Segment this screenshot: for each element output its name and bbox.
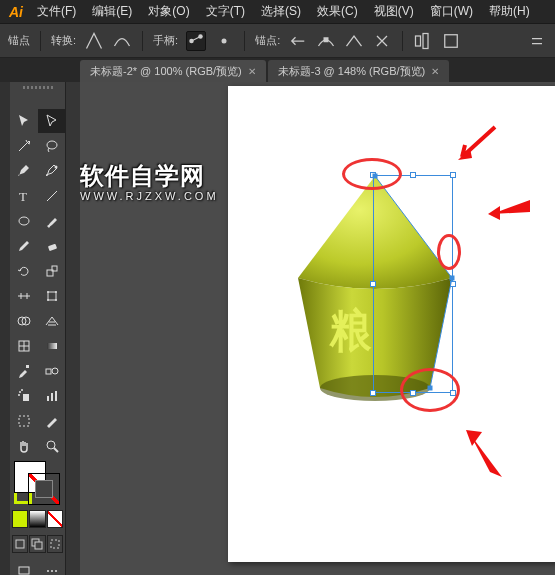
draw-behind-icon[interactable] — [29, 535, 45, 553]
artboard-tool[interactable] — [10, 409, 37, 433]
hand-tool[interactable] — [10, 434, 37, 458]
lasso-tool[interactable] — [38, 134, 65, 158]
canvas[interactable]: 粮 软件自学网 WWW.RJZXW.COM — [80, 82, 555, 575]
svg-point-2 — [198, 34, 203, 39]
toolbox-grip-icon[interactable] — [10, 84, 65, 90]
menu-type[interactable]: 文字(T) — [199, 0, 252, 23]
cut-path-icon[interactable] — [372, 31, 392, 51]
selection-handle[interactable] — [370, 281, 376, 287]
draw-normal-icon[interactable] — [12, 535, 28, 553]
app-logo-icon: Ai — [4, 2, 28, 22]
add-anchor-icon[interactable] — [316, 31, 336, 51]
flyout-icon[interactable] — [527, 31, 547, 51]
svg-point-32 — [21, 389, 23, 391]
show-handles-icon[interactable] — [186, 31, 206, 51]
isolate-icon[interactable] — [441, 31, 461, 51]
mesh-tool[interactable] — [10, 334, 37, 358]
menu-object[interactable]: 对象(O) — [141, 0, 196, 23]
annotation-circle — [437, 234, 461, 270]
selection-tool[interactable] — [10, 109, 37, 133]
line-segment-tool[interactable] — [38, 184, 65, 208]
grain-text: 粮 — [330, 300, 371, 362]
svg-marker-51 — [488, 206, 500, 220]
convert-corner-icon[interactable] — [84, 31, 104, 51]
close-icon[interactable]: ✕ — [248, 66, 256, 77]
svg-point-38 — [47, 441, 55, 449]
edit-toolbar-icon[interactable] — [38, 559, 65, 575]
panel-strip — [0, 82, 10, 575]
rotate-tool[interactable] — [10, 259, 37, 283]
stroke-swatch[interactable] — [28, 473, 60, 505]
svg-point-47 — [55, 570, 57, 572]
selection-handle[interactable] — [370, 390, 376, 396]
svg-rect-30 — [23, 394, 29, 401]
width-tool[interactable] — [10, 284, 37, 308]
pen-tool[interactable] — [10, 159, 37, 183]
selection-handle[interactable] — [410, 172, 416, 178]
svg-rect-13 — [47, 244, 56, 251]
svg-marker-53 — [466, 430, 482, 446]
tab-document-1[interactable]: 未标题-2* @ 100% (RGB/预览) ✕ — [80, 60, 266, 82]
gradient-tool[interactable] — [38, 334, 65, 358]
align-icon[interactable] — [413, 31, 433, 51]
close-icon[interactable]: ✕ — [431, 66, 439, 77]
menu-file[interactable]: 文件(F) — [30, 0, 83, 23]
selection-box[interactable] — [373, 175, 453, 393]
color-mode-icon[interactable] — [12, 510, 28, 528]
svg-point-29 — [52, 368, 58, 374]
svg-rect-16 — [48, 292, 56, 300]
none-mode-icon[interactable] — [47, 510, 63, 528]
ellipse-tool[interactable] — [10, 209, 37, 233]
convert-smooth-icon[interactable] — [112, 31, 132, 51]
tab-label: 未标题-2* @ 100% (RGB/预览) — [90, 64, 242, 79]
menu-select[interactable]: 选择(S) — [254, 0, 308, 23]
magic-wand-tool[interactable] — [10, 134, 37, 158]
svg-point-31 — [19, 391, 21, 393]
menubar: Ai 文件(F) 编辑(E) 对象(O) 文字(T) 选择(S) 效果(C) 视… — [0, 0, 555, 24]
remove-anchor-icon[interactable] — [288, 31, 308, 51]
shape-builder-tool[interactable] — [10, 309, 37, 333]
perspective-grid-tool[interactable] — [38, 309, 65, 333]
direct-selection-tool[interactable] — [38, 109, 65, 133]
svg-rect-43 — [51, 540, 59, 548]
eraser-tool[interactable] — [38, 234, 65, 258]
svg-rect-4 — [324, 37, 329, 42]
svg-point-3 — [222, 38, 227, 43]
anchor-point[interactable] — [450, 276, 455, 281]
symbol-sprayer-tool[interactable] — [10, 384, 37, 408]
svg-text:T: T — [19, 189, 27, 204]
menu-edit[interactable]: 编辑(E) — [85, 0, 139, 23]
eyedropper-tool[interactable] — [10, 359, 37, 383]
svg-rect-28 — [46, 369, 51, 374]
blend-tool[interactable] — [38, 359, 65, 383]
column-graph-tool[interactable] — [38, 384, 65, 408]
annotation-arrow-icon — [482, 192, 532, 232]
paintbrush-tool[interactable] — [38, 209, 65, 233]
selection-handle[interactable] — [450, 172, 456, 178]
connect-anchor-icon[interactable] — [344, 31, 364, 51]
free-transform-tool[interactable] — [38, 284, 65, 308]
type-tool[interactable]: T — [10, 184, 37, 208]
tab-label: 未标题-3 @ 148% (RGB/预览) — [278, 64, 425, 79]
screen-mode-icon[interactable] — [10, 559, 37, 575]
svg-rect-37 — [19, 416, 29, 426]
gradient-mode-icon[interactable] — [29, 510, 45, 528]
menu-window[interactable]: 窗口(W) — [423, 0, 480, 23]
zoom-tool[interactable] — [38, 434, 65, 458]
menu-view[interactable]: 视图(V) — [367, 0, 421, 23]
draw-inside-icon[interactable] — [47, 535, 63, 553]
pencil-tool[interactable] — [10, 234, 37, 258]
color-swatches[interactable] — [10, 459, 65, 505]
color-mode-row — [10, 509, 65, 529]
svg-point-12 — [19, 217, 29, 225]
selection-handle[interactable] — [450, 281, 456, 287]
slice-tool[interactable] — [38, 409, 65, 433]
menu-effect[interactable]: 效果(C) — [310, 0, 365, 23]
curvature-tool[interactable] — [38, 159, 65, 183]
scale-tool[interactable] — [38, 259, 65, 283]
annotation-arrow-icon — [450, 122, 500, 172]
hide-handles-icon[interactable] — [214, 31, 234, 51]
svg-rect-42 — [35, 542, 42, 549]
tab-document-2[interactable]: 未标题-3 @ 148% (RGB/预览) ✕ — [268, 60, 449, 82]
menu-help[interactable]: 帮助(H) — [482, 0, 537, 23]
